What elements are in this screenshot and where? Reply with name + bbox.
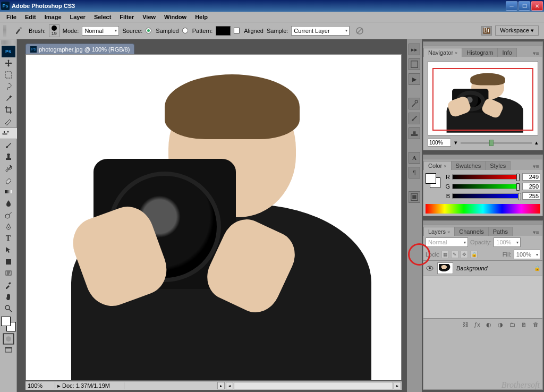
layer-name[interactable]: Background: [456, 265, 531, 271]
zoom-out-icon[interactable]: ▾: [454, 139, 457, 146]
tab-swatches[interactable]: Swatches: [451, 161, 486, 170]
delete-layer-icon[interactable]: 🗑: [531, 320, 540, 329]
lock-pixels-icon[interactable]: ✎: [451, 251, 458, 258]
r-value[interactable]: 249: [522, 173, 540, 181]
blend-mode-select[interactable]: Normal: [426, 237, 468, 247]
panel-menu-icon[interactable]: ▾≡: [530, 229, 542, 236]
g-value[interactable]: 250: [522, 183, 540, 190]
dock-tool-presets-icon[interactable]: [409, 98, 420, 109]
zoom-tool-icon[interactable]: [2, 303, 15, 314]
new-layer-icon[interactable]: 🗎: [519, 320, 529, 329]
sample-select[interactable]: Current Layer: [291, 26, 350, 36]
g-slider[interactable]: [452, 184, 520, 189]
pattern-radio[interactable]: [182, 28, 188, 33]
dock-history-icon[interactable]: [409, 58, 420, 70]
layer-thumbnail[interactable]: [437, 262, 453, 274]
minimize-button[interactable]: ─: [506, 1, 517, 11]
bridge-icon[interactable]: Br: [481, 26, 492, 36]
navigator-zoom-input[interactable]: [428, 139, 451, 147]
menu-window[interactable]: Window: [160, 13, 191, 21]
r-slider[interactable]: [452, 174, 520, 180]
path-select-tool-icon[interactable]: [2, 244, 15, 256]
dock-clone-source-icon[interactable]: [409, 127, 420, 139]
close-button[interactable]: ✕: [531, 1, 543, 11]
mode-select[interactable]: Normal: [82, 26, 119, 36]
scroll-left[interactable]: ◂: [226, 382, 233, 389]
dodge-tool-icon[interactable]: [2, 209, 15, 221]
sampled-radio[interactable]: [146, 28, 151, 33]
quick-mask-icon[interactable]: [2, 334, 15, 344]
gradient-tool-icon[interactable]: [2, 186, 15, 198]
layer-group-icon[interactable]: 🗀: [507, 320, 517, 329]
ignore-adjustment-icon[interactable]: [353, 25, 367, 37]
eraser-tool-icon[interactable]: [2, 174, 15, 186]
panel-grip[interactable]: [423, 155, 542, 159]
dock-paragraph-icon[interactable]: ¶: [409, 167, 420, 178]
navigator-proxy-view[interactable]: [432, 68, 533, 131]
layer-mask-icon[interactable]: ◐: [484, 320, 494, 329]
tool-preset-icon[interactable]: [12, 25, 26, 37]
options-grip[interactable]: [3, 24, 6, 37]
marquee-tool-icon[interactable]: [2, 69, 15, 81]
h-scrollbar[interactable]: [234, 382, 393, 389]
wand-tool-icon[interactable]: [2, 92, 15, 104]
tab-paths[interactable]: Paths: [488, 227, 513, 236]
scroll-right[interactable]: ▸: [394, 382, 401, 389]
navigator-zoom-slider[interactable]: [461, 142, 532, 144]
tab-info[interactable]: Info: [497, 48, 516, 57]
menu-view[interactable]: View: [138, 13, 160, 21]
menu-image[interactable]: Image: [40, 13, 66, 21]
lasso-tool-icon[interactable]: [2, 81, 15, 92]
navigator-thumbnail[interactable]: [428, 61, 538, 135]
layer-row[interactable]: Background 🔒: [423, 261, 542, 276]
lock-position-icon[interactable]: ✥: [461, 251, 468, 258]
panel-grip[interactable]: [423, 42, 542, 46]
color-swatches[interactable]: [1, 317, 16, 331]
color-swatch-pair[interactable]: [426, 173, 440, 188]
zoom-in-icon[interactable]: ▴: [535, 139, 538, 146]
menu-file[interactable]: File: [2, 13, 21, 21]
crop-tool-icon[interactable]: [2, 104, 15, 116]
fill-input[interactable]: 100%: [514, 250, 540, 259]
move-tool-icon[interactable]: [2, 57, 15, 69]
pen-tool-icon[interactable]: [2, 221, 15, 233]
visibility-toggle-icon[interactable]: [426, 264, 434, 272]
type-tool-icon[interactable]: T: [2, 233, 15, 244]
slice-tool-icon[interactable]: [2, 116, 15, 127]
panel-menu-icon[interactable]: ▾≡: [530, 163, 542, 170]
b-slider[interactable]: [452, 193, 520, 199]
stamp-tool-icon[interactable]: [2, 151, 15, 163]
tab-layers[interactable]: Layers×: [423, 227, 455, 236]
notes-tool-icon[interactable]: [2, 268, 15, 279]
zoom-field[interactable]: 100%: [26, 382, 55, 389]
brush-preset-picker[interactable]: 19: [49, 24, 60, 37]
pattern-swatch[interactable]: [216, 26, 231, 36]
hand-tool-icon[interactable]: [2, 291, 15, 303]
dock-brushes-icon[interactable]: [409, 113, 420, 124]
tab-color[interactable]: Color×: [423, 161, 452, 170]
panel-grip[interactable]: [423, 221, 542, 225]
shape-tool-icon[interactable]: [2, 256, 15, 268]
lock-transparency-icon[interactable]: ▦: [441, 251, 449, 258]
adjustment-layer-icon[interactable]: ◑: [496, 320, 505, 329]
menu-layer[interactable]: Layer: [66, 13, 90, 21]
blur-tool-icon[interactable]: [2, 198, 15, 209]
dock-expand-icon[interactable]: ▸▸: [409, 44, 420, 55]
tab-navigator[interactable]: Navigator×: [423, 48, 462, 57]
toolbox-grip[interactable]: [1, 40, 16, 45]
layer-style-icon[interactable]: ƒx: [472, 320, 482, 329]
screen-mode-icon[interactable]: [2, 344, 15, 356]
panel-menu-icon[interactable]: ▾≡: [530, 50, 542, 57]
maximize-button[interactable]: ☐: [518, 1, 530, 11]
dock-layer-comps-icon[interactable]: [409, 191, 420, 203]
eyedropper-tool-icon[interactable]: [2, 279, 15, 291]
menu-filter[interactable]: Filter: [115, 13, 138, 21]
history-brush-tool-icon[interactable]: [2, 163, 15, 174]
opacity-input[interactable]: 100%: [494, 237, 520, 247]
document-header[interactable]: Ps photographer.jpg @ 100% (RGB/8): [26, 44, 134, 54]
menu-edit[interactable]: Edit: [21, 13, 40, 21]
workspace-dropdown[interactable]: Workspace ▾: [495, 25, 539, 36]
dock-character-icon[interactable]: A: [409, 152, 420, 164]
tab-styles[interactable]: Styles: [485, 161, 511, 170]
dock-actions-icon[interactable]: ▶: [409, 73, 420, 85]
